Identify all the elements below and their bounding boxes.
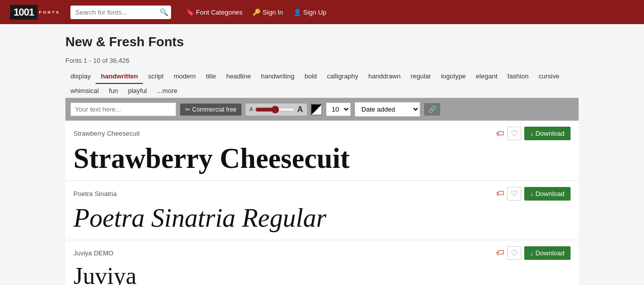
download-label-juviya: Download <box>535 249 565 257</box>
heart-button-strawberry[interactable]: ♡ <box>507 127 521 140</box>
tab-fashion[interactable]: fashion <box>503 69 534 84</box>
font-name-strawberry: Strawberry Cheesecuit <box>73 130 140 137</box>
font-actions: 🏷 ♡ ↓ Download <box>496 127 571 140</box>
tab-title[interactable]: title <box>201 69 221 84</box>
tab-more[interactable]: ...more <box>152 84 182 98</box>
heart-button-juviya[interactable]: ♡ <box>507 246 521 260</box>
download-button-juviya[interactable]: ↓ Download <box>524 246 571 260</box>
font-size-select[interactable]: 8 10 10 12 14 18 24 36 48 72 <box>326 103 351 116</box>
size-small-label: A <box>250 107 253 112</box>
main-nav: 🔖 Font Categories 🔑 Sign In 👤 Sign Up <box>186 9 327 16</box>
font-count: Fonts 1 - 10 of 36,426 <box>65 57 579 64</box>
tab-headline[interactable]: headline <box>221 69 256 84</box>
link-icon: 🔗 <box>428 106 436 113</box>
font-actions-poetra: 🏷 ♡ ↓ Download <box>496 187 571 201</box>
font-preview-strawberry[interactable]: Strawberry Cheesecuit <box>73 143 571 174</box>
search-button[interactable]: 🔍 <box>159 8 168 16</box>
size-slider-container: A A <box>246 104 307 116</box>
tag-button-strawberry[interactable]: 🏷 <box>496 129 504 138</box>
tab-regular[interactable]: regular <box>406 69 436 84</box>
font-item-poetra: Poetra Sinatria 🏷 ♡ ↓ Download Poetra Si… <box>65 181 579 240</box>
user-icon: 👤 <box>293 9 301 16</box>
permalink-button[interactable]: 🔗 <box>424 103 440 116</box>
nav-sign-up-label: Sign Up <box>303 9 327 16</box>
nav-sign-in[interactable]: 🔑 Sign In <box>253 9 283 16</box>
site-header: 1001 FONTS 🔍 🔖 Font Categories 🔑 Sign In… <box>0 0 644 24</box>
tab-modern[interactable]: modern <box>169 69 201 84</box>
tab-display[interactable]: display <box>65 69 96 84</box>
logo-link[interactable]: 1001 FONTS <box>10 5 60 20</box>
tab-logotype[interactable]: logotype <box>436 69 471 84</box>
download-label-strawberry: Download <box>535 130 565 137</box>
font-name-juviya: Juviya DEMO <box>73 249 113 257</box>
font-preview-poetra[interactable]: Poetra Sinatria Regular <box>73 204 571 234</box>
tab-bold[interactable]: bold <box>299 69 322 84</box>
download-arrow-icon: ↓ <box>530 130 534 137</box>
nav-sign-up[interactable]: 👤 Sign Up <box>293 9 327 16</box>
sort-select[interactable]: Date added Alphabetical Most downloads M… <box>355 102 420 117</box>
tab-cursive[interactable]: cursive <box>533 69 564 84</box>
logo-fonts-text: FONTS <box>39 10 60 15</box>
tag-button-poetra[interactable]: 🏷 <box>496 189 504 198</box>
tab-script[interactable]: script <box>143 69 169 84</box>
tab-handwritten[interactable]: handwritten <box>96 69 143 84</box>
tab-handwriting[interactable]: handwriting <box>256 69 300 84</box>
font-size-slider[interactable] <box>255 106 295 114</box>
font-item-juviya: Juviya DEMO 🏷 ♡ ↓ Download Juviya <box>65 240 579 285</box>
font-name-poetra: Poetra Sinatria <box>73 190 117 198</box>
download-button-poetra[interactable]: ↓ Download <box>524 187 571 201</box>
scissors-icon: ✂ <box>185 106 190 113</box>
download-button-strawberry[interactable]: ↓ Download <box>524 127 571 140</box>
search-input[interactable] <box>70 6 171 19</box>
search-container: 🔍 <box>70 6 171 19</box>
tab-handdrawn[interactable]: handdrawn <box>363 69 406 84</box>
font-actions-juviya: 🏷 ♡ ↓ Download <box>496 246 571 260</box>
font-item-strawberry: Strawberry Cheesecuit 🏷 ♡ ↓ Download Str… <box>65 121 579 181</box>
logo-number: 1001 <box>10 5 38 20</box>
nav-font-categories-label: Font Categories <box>196 9 243 16</box>
tag-button-juviya[interactable]: 🏷 <box>496 248 504 257</box>
font-preview-juviya[interactable]: Juviya <box>73 263 571 285</box>
main-content: New & Fresh Fonts Fonts 1 - 10 of 36,426… <box>55 24 589 285</box>
tab-calligraphy[interactable]: calligraphy <box>322 69 363 84</box>
preview-text-input[interactable] <box>70 103 176 116</box>
page-title: New & Fresh Fonts <box>65 34 579 50</box>
tab-elegant[interactable]: elegant <box>471 69 503 84</box>
tab-playful[interactable]: playful <box>123 84 152 98</box>
download-arrow-icon-juviya: ↓ <box>530 249 534 257</box>
tab-whimsical[interactable]: whimsical <box>65 84 104 98</box>
download-label-poetra: Download <box>535 190 565 198</box>
controls-bar: ✂ Commercial free A A 8 10 10 12 14 18 2… <box>65 98 579 121</box>
font-item-header-poetra: Poetra Sinatria 🏷 ♡ ↓ Download <box>73 187 571 201</box>
bookmark-icon: 🔖 <box>186 9 194 16</box>
logo-sub: FONTS <box>39 10 60 15</box>
commercial-free-button[interactable]: ✂ Commercial free <box>180 104 242 116</box>
font-item-header: Strawberry Cheesecuit 🏷 ♡ ↓ Download <box>73 127 571 140</box>
commercial-free-label: Commercial free <box>192 106 236 113</box>
signin-icon: 🔑 <box>253 9 261 16</box>
filter-tabs: display handwritten script modern title … <box>65 69 579 98</box>
font-list: Strawberry Cheesecuit 🏷 ♡ ↓ Download Str… <box>65 121 579 285</box>
download-arrow-icon-poetra: ↓ <box>530 190 534 198</box>
tab-fun[interactable]: fun <box>104 84 123 98</box>
nav-font-categories[interactable]: 🔖 Font Categories <box>186 9 243 16</box>
size-large-label: A <box>297 105 303 114</box>
nav-sign-in-label: Sign In <box>263 9 283 16</box>
color-swatch[interactable] <box>311 104 322 115</box>
heart-button-poetra[interactable]: ♡ <box>507 187 521 201</box>
font-item-header-juviya: Juviya DEMO 🏷 ♡ ↓ Download <box>73 246 571 260</box>
